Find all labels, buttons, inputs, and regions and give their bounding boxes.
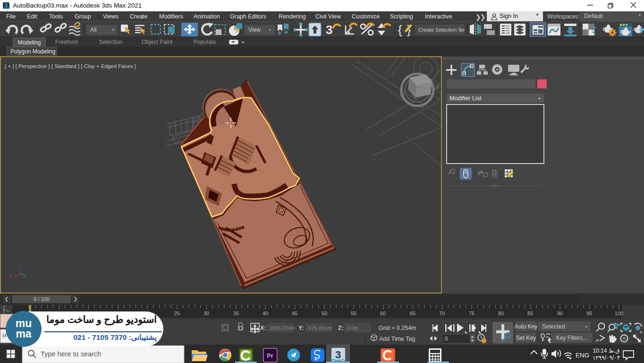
svg-text:X:: X:: [260, 325, 266, 331]
svg-text:▼: ▼: [111, 28, 115, 32]
svg-text:55: 55: [351, 311, 356, 316]
svg-text:Y:: Y:: [298, 325, 304, 331]
svg-text:W: W: [400, 93, 405, 98]
svg-text:Type here to search: Type here to search: [41, 350, 101, 358]
svg-text:E: E: [436, 85, 440, 90]
svg-text:▼: ▼: [459, 28, 462, 32]
svg-text:Selected: Selected: [542, 323, 565, 330]
svg-text:90: 90: [557, 311, 563, 316]
svg-text:Create Selection Se: Create Selection Se: [418, 27, 465, 33]
svg-text:S: S: [420, 104, 424, 109]
svg-text:Grid = 0.254m: Grid = 0.254m: [379, 325, 416, 331]
svg-text:{: {: [398, 23, 402, 36]
svg-text:30: 30: [203, 311, 209, 316]
svg-text:View: View: [248, 26, 261, 33]
svg-text:[ + ] [ Perspective ] [ Standa: [ + ] [ Perspective ] [ Standard ] [ Cla…: [5, 63, 136, 69]
svg-text:80: 80: [498, 311, 504, 316]
svg-text:3: 3: [326, 23, 332, 37]
svg-text:Modifier List: Modifier List: [449, 95, 482, 102]
svg-text:Add Time Tag: Add Time Tag: [379, 336, 415, 342]
svg-text:3: 3: [5, 3, 8, 9]
svg-text:▼: ▼: [538, 97, 541, 100]
svg-text:50: 50: [322, 311, 327, 316]
svg-text:35: 35: [233, 311, 239, 316]
svg-text:0: 0: [445, 336, 448, 342]
svg-text:10:14 ق.ظ: 10:14 ق.ظ: [593, 347, 619, 354]
svg-text:All: All: [90, 26, 96, 33]
svg-text:Set Key: Set Key: [516, 335, 536, 341]
svg-text:95: 95: [586, 311, 592, 316]
svg-text:70: 70: [439, 311, 445, 316]
svg-text:85: 85: [527, 311, 533, 316]
svg-text:75: 75: [469, 311, 475, 316]
svg-text:Key Filters...: Key Filters...: [556, 335, 588, 341]
svg-text:۱۳۹۹/۰۹/۰۴: ۱۳۹۹/۰۹/۰۴: [593, 354, 620, 361]
svg-text:60: 60: [380, 311, 386, 316]
svg-text:3: 3: [335, 349, 341, 361]
svg-text:25: 25: [174, 311, 180, 316]
svg-text:▼: ▼: [268, 28, 271, 32]
svg-text:Auto Key: Auto Key: [515, 323, 538, 330]
svg-text:1265.224m: 1265.224m: [269, 325, 295, 331]
svg-text:ENG: ENG: [576, 352, 589, 359]
svg-text:x: x: [9, 273, 12, 277]
svg-text:40: 40: [263, 311, 268, 316]
svg-text:675.651m: 675.651m: [308, 325, 331, 331]
svg-text:Pr: Pr: [267, 352, 273, 359]
svg-text:45: 45: [292, 311, 297, 316]
svg-text:65: 65: [410, 311, 415, 316]
svg-text:Z:: Z:: [338, 325, 344, 331]
svg-text:100: 100: [615, 311, 623, 316]
svg-text:▼: ▼: [585, 325, 588, 328]
svg-text:0.0m: 0.0m: [347, 325, 358, 331]
